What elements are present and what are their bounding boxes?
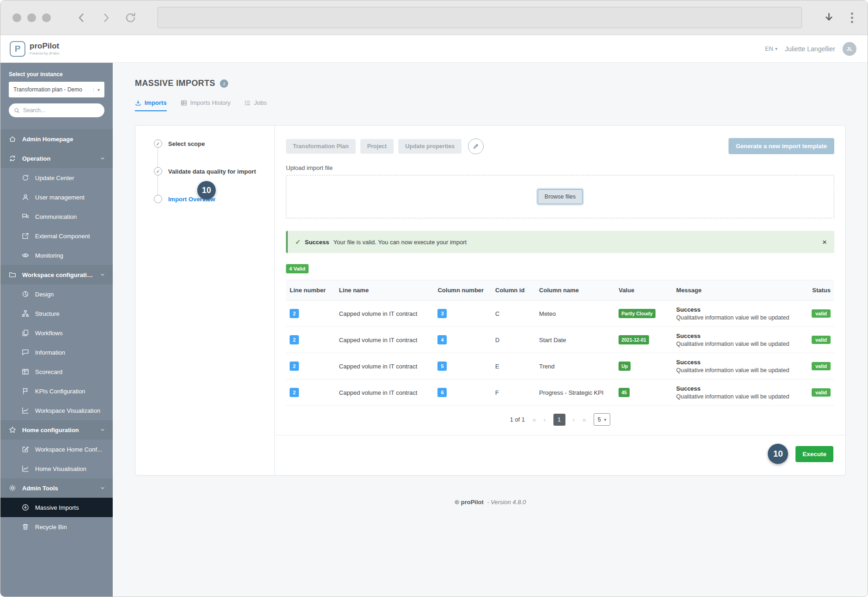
sidebar-item-information[interactable]: Information — [0, 343, 113, 362]
scope-button-transformation-plan[interactable]: Transformation Plan — [286, 139, 356, 154]
download-icon[interactable] — [823, 12, 835, 24]
message-title: Success — [676, 306, 803, 313]
column-header: Column id — [492, 280, 535, 301]
wizard-actions: 10 Execute — [275, 435, 845, 475]
table-row: 2 Capped volume in IT contract 4 D Start… — [286, 327, 834, 353]
message-text: Qualitative information value will be up… — [676, 393, 803, 400]
speech-bubble-icon — [22, 349, 29, 356]
browser-back-icon[interactable] — [75, 12, 88, 24]
pagination-prev-icon[interactable]: ‹ — [544, 416, 546, 423]
generate-template-button[interactable]: Generate a new import template — [728, 138, 834, 154]
cell-line-name: Capped volume in IT contract — [335, 327, 434, 353]
scope-button-project[interactable]: Project — [360, 139, 394, 154]
info-icon[interactable]: i — [220, 79, 228, 88]
wizard-stepper: ✓ Select scope ✓ Validate data quality f… — [135, 126, 275, 475]
sidebar-item-label: KPIs Configuration — [35, 388, 85, 395]
sidebar-search[interactable] — [9, 103, 104, 117]
browse-files-button[interactable]: Browse files — [538, 189, 583, 204]
line-chart-icon — [22, 465, 29, 472]
message-text: Qualitative information value will be up… — [676, 367, 803, 374]
page-size-value: 5 — [598, 416, 601, 423]
sidebar-item-structure[interactable]: Structure — [0, 304, 113, 323]
window-control-dot[interactable] — [42, 13, 51, 22]
sidebar-item-massive-imports[interactable]: Massive Imports — [0, 498, 113, 517]
tab-jobs[interactable]: Jobs — [244, 99, 267, 111]
column-number-badge: 3 — [437, 309, 447, 318]
sidebar-section-workspace-configuration[interactable]: Workspace configuration — [0, 265, 113, 284]
pagination-last-icon[interactable]: » — [583, 416, 586, 423]
sidebar-section-operation[interactable]: Operation — [0, 149, 113, 168]
sidebar-item-workspace-home-conf[interactable]: Workspace Home Conf... — [0, 440, 113, 459]
instance-select[interactable]: Transformation plan - Demo ▾ — [9, 82, 104, 97]
execute-button[interactable]: Execute — [795, 446, 833, 462]
upload-dropzone[interactable]: Browse files — [286, 175, 834, 218]
sidebar-item-communication[interactable]: Communication — [0, 207, 113, 226]
value-badge: Up — [619, 362, 631, 371]
tab-imports-history[interactable]: Imports History — [181, 99, 231, 111]
language-selector[interactable]: EN ▾ — [765, 45, 777, 52]
cell-column-name: Meteo — [535, 301, 615, 327]
sidebar-item-label: Admin Tools — [22, 485, 58, 492]
cell-line-name: Capped volume in IT contract — [335, 380, 434, 406]
line-chart-icon — [22, 407, 29, 414]
window-control-dot[interactable] — [27, 13, 36, 22]
avatar[interactable]: JL — [843, 42, 856, 56]
user-name[interactable]: Juliette Langellier — [785, 45, 835, 53]
sidebar-item-recycle-bin[interactable]: Recycle Bin — [0, 517, 113, 537]
sidebar-item-label: Workspace Home Conf... — [35, 446, 102, 453]
step-select-scope[interactable]: ✓ Select scope — [154, 139, 265, 148]
sidebar-item-label: Workspace configuration — [22, 271, 94, 278]
browser-chrome — [0, 0, 868, 35]
step-check-icon: ✓ — [154, 139, 162, 148]
sidebar-item-monitoring[interactable]: Monitoring — [0, 246, 113, 265]
tab-bar: Imports Imports History Jobs — [135, 99, 846, 111]
success-alert: ✓ Success Your file is valid. You can no… — [286, 231, 834, 253]
pie-chart-icon — [22, 290, 29, 298]
sidebar-section-admin-tools[interactable]: Admin Tools — [0, 478, 113, 498]
scope-button-update-properties[interactable]: Update properties — [398, 139, 461, 154]
browser-reload-icon[interactable] — [124, 12, 137, 24]
refresh-icon — [22, 174, 29, 181]
column-header: Column number — [434, 280, 492, 301]
sidebar-item-external-component[interactable]: External Component — [0, 226, 113, 246]
sidebar-item-design[interactable]: Design — [0, 284, 113, 304]
sidebar-item-label: Home configuration — [22, 427, 79, 434]
folder-icon — [9, 271, 16, 278]
kebab-menu-icon[interactable] — [849, 10, 856, 25]
brand-mark-icon: P — [10, 41, 25, 57]
brand-logo[interactable]: P proPilot Powered by dFakto — [10, 41, 60, 57]
sidebar-item-kpis-configuration[interactable]: KPIs Configuration — [0, 381, 113, 401]
pagination: 1 of 1 « ‹ 1 › » 5 ▾ — [286, 406, 834, 432]
sidebar-item-label: Admin Homepage — [22, 136, 73, 143]
pagination-current-page[interactable]: 1 — [553, 414, 565, 426]
page-size-select[interactable]: 5 ▾ — [594, 413, 610, 426]
url-bar[interactable] — [158, 7, 802, 28]
tab-label: Imports — [145, 99, 167, 106]
sidebar-section-home-configuration[interactable]: Home configuration — [0, 420, 113, 440]
sidebar-item-workflows[interactable]: Workflows — [0, 323, 113, 343]
sidebar-item-scorecard[interactable]: Scorecard — [0, 362, 113, 381]
pagination-next-icon[interactable]: › — [573, 416, 575, 423]
wizard-content: Transformation Plan Project Update prope… — [275, 126, 845, 475]
sidebar-item-home-visualisation[interactable]: Home Visualisation — [0, 459, 113, 478]
sidebar-item-admin-homepage[interactable]: Admin Homepage — [0, 129, 113, 149]
sidebar-item-update-center[interactable]: Update Center — [0, 168, 113, 187]
sidebar-item-user-management[interactable]: User management — [0, 187, 113, 207]
trash-icon — [22, 523, 29, 531]
chevron-down-icon — [100, 156, 105, 161]
close-icon[interactable]: × — [822, 238, 827, 246]
app-header: P proPilot Powered by dFakto EN ▾ Juliet… — [0, 35, 868, 63]
pagination-first-icon[interactable]: « — [532, 416, 536, 423]
status-badge: valid — [812, 336, 831, 344]
search-input[interactable] — [23, 107, 99, 114]
copy-pages-icon — [22, 329, 29, 337]
window-control-dot[interactable] — [12, 13, 21, 22]
page-title: MASSIVE IMPORTS — [135, 78, 215, 88]
browser-forward-icon[interactable] — [100, 12, 112, 24]
sidebar-item-workspace-visualization[interactable]: Workspace Visualization — [0, 401, 113, 420]
edit-scope-button[interactable] — [468, 139, 484, 154]
tab-imports[interactable]: Imports — [135, 99, 167, 111]
browser-window: P proPilot Powered by dFakto EN ▾ Juliet… — [0, 0, 868, 597]
alert-title: Success — [305, 239, 329, 246]
step-validate-data-quality[interactable]: ✓ Validate data quality for import — [154, 167, 265, 175]
